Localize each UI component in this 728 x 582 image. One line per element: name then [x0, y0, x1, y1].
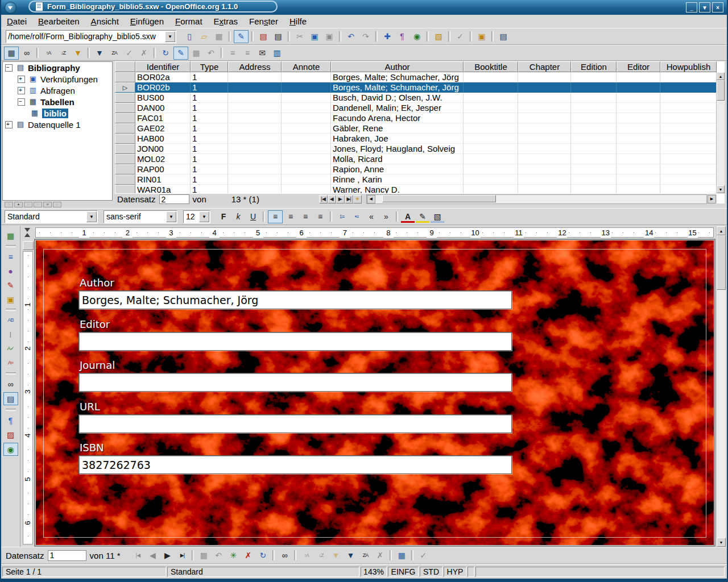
- cell[interactable]: [617, 174, 660, 185]
- table-row[interactable]: DAN001Dandenell, Malin; Ek, Jesper: [115, 103, 717, 113]
- cell[interactable]: [228, 134, 282, 144]
- row-header[interactable]: [115, 164, 135, 174]
- url-value[interactable]: /home/rolf/Form_Bibliography_biblio5.sxw: [6, 32, 164, 41]
- find-record-icon[interactable]: ∞: [20, 47, 34, 59]
- grid-h-scrollbar[interactable]: ◀: [366, 194, 707, 204]
- cell[interactable]: [228, 154, 282, 164]
- cell[interactable]: [464, 185, 518, 193]
- cell[interactable]: 1: [191, 134, 228, 144]
- cell[interactable]: [617, 154, 660, 164]
- next-record-icon[interactable]: ▶: [160, 550, 174, 562]
- scroll-down-icon[interactable]: ▼: [717, 185, 725, 193]
- splitter-collapse-icon[interactable]: ▲: [14, 202, 23, 207]
- data-source-as-table-icon[interactable]: ▦: [395, 550, 408, 562]
- cell[interactable]: [571, 164, 617, 174]
- cell[interactable]: [518, 93, 571, 103]
- row-header[interactable]: [115, 174, 135, 185]
- cell[interactable]: [571, 123, 617, 134]
- column-header-editor[interactable]: Editor: [617, 61, 660, 72]
- find-record-icon[interactable]: ∞: [278, 550, 291, 562]
- column-header-address[interactable]: Address: [228, 61, 282, 72]
- cell[interactable]: [660, 134, 717, 144]
- menu-item-ansicht[interactable]: Ansicht: [85, 16, 125, 27]
- autotext-icon[interactable]: AB: [4, 314, 18, 326]
- title-bar[interactable]: Form_Bibliography_biblio5.sxw - OpenOffi…: [1, 0, 727, 15]
- dropdown-arrow-icon[interactable]: ▼: [199, 211, 209, 222]
- cell[interactable]: 1: [191, 164, 228, 174]
- cell[interactable]: [464, 134, 518, 144]
- cell[interactable]: [660, 82, 717, 93]
- splitter-handle[interactable]: ∴: [5, 202, 13, 207]
- nonprinting-characters-icon[interactable]: ¶: [4, 414, 18, 426]
- cell[interactable]: [660, 144, 717, 154]
- cell[interactable]: Gäbler, Rene: [331, 123, 464, 134]
- tree-item-links[interactable]: ▣ Verknüpfungen: [3, 73, 112, 85]
- tree-item-datasource1[interactable]: ▤ Datenquelle 1: [3, 119, 112, 130]
- cell[interactable]: [228, 103, 282, 113]
- cell[interactable]: [228, 113, 282, 123]
- increase-indent-icon[interactable]: »: [379, 211, 393, 223]
- row-header[interactable]: [115, 113, 135, 123]
- cell[interactable]: [282, 72, 331, 82]
- open-icon[interactable]: ▱: [197, 31, 211, 43]
- vertical-ruler[interactable]: 123456: [22, 239, 34, 547]
- cell[interactable]: [518, 123, 571, 134]
- cell[interactable]: [518, 185, 571, 193]
- cell[interactable]: [571, 185, 617, 193]
- cell[interactable]: [617, 134, 660, 144]
- current-data-source-icon[interactable]: ▥: [270, 47, 284, 59]
- menu-item-extras[interactable]: Extras: [208, 16, 244, 27]
- font-size-combobox[interactable]: 12 ▼: [183, 210, 210, 223]
- tree-item-queries[interactable]: ▥ Abfragen: [3, 85, 112, 96]
- cell[interactable]: DAN00: [135, 103, 191, 113]
- cell[interactable]: [660, 164, 717, 174]
- scroll-thumb[interactable]: [382, 195, 496, 202]
- cell[interactable]: [660, 154, 717, 164]
- row-header[interactable]: [115, 185, 135, 193]
- row-header[interactable]: [115, 134, 135, 144]
- cell[interactable]: [282, 185, 331, 193]
- cell[interactable]: GAE02: [135, 123, 191, 134]
- delete-record-icon[interactable]: ✗: [241, 550, 255, 562]
- export-pdf-icon[interactable]: ▤: [257, 31, 270, 43]
- cell[interactable]: [228, 123, 282, 134]
- cell[interactable]: [464, 103, 518, 113]
- sort-ascending-icon[interactable]: ↑A: [42, 47, 55, 59]
- menu-item-einfuegen[interactable]: Einfügen: [125, 16, 169, 27]
- table-row[interactable]: JON001Jones, Floyd; Haugland, Solveig: [115, 144, 717, 154]
- mail-merge-icon[interactable]: ✉: [255, 47, 269, 59]
- cell[interactable]: [518, 72, 571, 82]
- cell[interactable]: MOL02: [135, 154, 191, 164]
- undo-icon[interactable]: ↶: [344, 31, 358, 43]
- field-input-journal[interactable]: [78, 373, 512, 392]
- cell[interactable]: [282, 123, 331, 134]
- cell[interactable]: [464, 174, 518, 185]
- cell[interactable]: Molla, Ricard: [331, 154, 464, 164]
- table-row[interactable]: MOL021Molla, Ricard: [115, 154, 717, 164]
- field-input-url[interactable]: [78, 414, 512, 433]
- splitter-handle[interactable]: ∴: [34, 202, 42, 207]
- cell[interactable]: FAC01: [135, 113, 191, 123]
- edit-file-icon[interactable]: ✎: [234, 30, 249, 43]
- table-row[interactable]: BUS001Busch, David D.; Olsen, J.W.: [115, 93, 717, 103]
- scroll-thumb[interactable]: [717, 80, 725, 101]
- cell[interactable]: [464, 164, 518, 174]
- cell[interactable]: [518, 174, 571, 185]
- row-header[interactable]: [115, 103, 135, 113]
- cell[interactable]: 1: [191, 103, 228, 113]
- table-row[interactable]: RAP001Rapion, Anne: [115, 164, 717, 174]
- expand-icon[interactable]: [18, 87, 25, 94]
- standard-filter-icon[interactable]: ▼: [93, 47, 106, 59]
- tab-stop-selector-icon[interactable]: [23, 228, 31, 237]
- field-input-editor[interactable]: [78, 332, 512, 351]
- data-sources-view-icon[interactable]: ▤: [3, 392, 18, 405]
- column-header-type[interactable]: Type: [191, 61, 228, 72]
- find-replace-icon[interactable]: ∞: [4, 378, 18, 390]
- cell[interactable]: [571, 72, 617, 82]
- insert-fields-icon[interactable]: ≡: [4, 251, 18, 263]
- cell[interactable]: Busch, David D.; Olsen, J.W.: [331, 93, 464, 103]
- bullet-list-icon[interactable]: •≡: [350, 211, 363, 223]
- decrease-indent-icon[interactable]: «: [365, 211, 378, 223]
- cell[interactable]: [228, 185, 282, 193]
- data-sources-icon[interactable]: ▤: [497, 31, 510, 43]
